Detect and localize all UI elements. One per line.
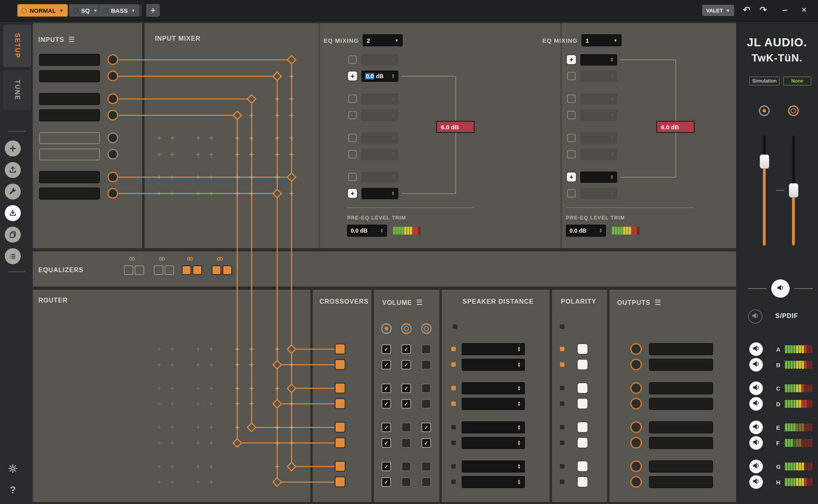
- fader-left-handle[interactable]: [760, 154, 769, 169]
- volume-group-icon-1[interactable]: [381, 323, 392, 334]
- add-icon[interactable]: [5, 140, 21, 156]
- eq_mixing_left-assign-button-2[interactable]: +: [348, 71, 357, 81]
- volume-checkbox-r1c2[interactable]: ✓: [401, 344, 411, 354]
- eq_mixing_left-level-5[interactable]: ▲▼: [361, 132, 398, 144]
- eq_mixing_left-level-3[interactable]: ▲▼: [361, 93, 398, 105]
- volume-checkbox-r4c2[interactable]: ✓: [401, 399, 411, 409]
- volume-checkbox-r3c3[interactable]: [421, 383, 431, 393]
- output-label-G[interactable]: [649, 461, 713, 472]
- output-label-F[interactable]: [649, 437, 713, 449]
- volume-checkbox-r2c2[interactable]: ✓: [401, 360, 411, 370]
- eq_mixing_left-assign-button-8[interactable]: +: [348, 189, 357, 198]
- output-label-C[interactable]: [649, 382, 713, 394]
- volume-checkbox-r8c2[interactable]: [401, 477, 411, 487]
- input-label-2[interactable]: [39, 70, 100, 82]
- volume-checkbox-r8c1[interactable]: ✓: [381, 477, 391, 487]
- input-label-8[interactable]: [39, 188, 100, 200]
- close-button[interactable]: ✕: [797, 3, 811, 17]
- channel-F-mute-button[interactable]: [749, 436, 763, 450]
- input-label-5[interactable]: [39, 132, 100, 144]
- menu-icon[interactable]: ☰: [654, 298, 661, 306]
- list-icon[interactable]: [5, 248, 21, 264]
- stepper-arrows[interactable]: ▲▼: [517, 425, 521, 430]
- volume-checkbox-r5c3[interactable]: ✓: [421, 423, 431, 432]
- crossover-block-5[interactable]: [335, 422, 345, 433]
- preset-tab-normal[interactable]: NORMAL ▼: [17, 4, 68, 17]
- input-label-4[interactable]: [39, 109, 100, 121]
- volume-checkbox-r2c1[interactable]: ✓: [381, 360, 391, 370]
- eq-bank-3-slot-a[interactable]: [182, 265, 191, 275]
- crossover-block-7[interactable]: [335, 461, 345, 472]
- volume-checkbox-r7c2[interactable]: [401, 462, 411, 471]
- menu-icon[interactable]: ☰: [416, 298, 423, 306]
- undo-button[interactable]: ↶: [740, 3, 753, 17]
- eq_mixing_left-assign-checkbox-6[interactable]: [348, 150, 357, 158]
- channel-C-mute-button[interactable]: [749, 381, 763, 395]
- distance-value-5[interactable]: ▲▼: [462, 421, 525, 433]
- distance-value-4[interactable]: ▲▼: [462, 398, 525, 410]
- stepper-arrows[interactable]: ▲▼: [517, 362, 521, 368]
- fader-right-track-lower[interactable]: [792, 190, 795, 245]
- input-label-6[interactable]: [39, 148, 100, 160]
- eq_mixing_left-assign-checkbox-4[interactable]: [348, 111, 357, 119]
- pre-eq-right-value[interactable]: 0.0 dB ▲▼: [566, 225, 606, 237]
- upload-icon[interactable]: [5, 162, 21, 178]
- distance-value-2[interactable]: ▲▼: [462, 359, 525, 371]
- eq-bank-3-slot-b[interactable]: [193, 265, 202, 275]
- crossover-block-8[interactable]: [335, 476, 345, 487]
- download-icon[interactable]: [5, 205, 21, 221]
- volume-checkbox-r1c1[interactable]: ✓: [381, 344, 391, 354]
- crossover-block-6[interactable]: [335, 437, 345, 448]
- eq_mixing_right-assign-checkbox-6[interactable]: [567, 150, 576, 158]
- valet-dropdown[interactable]: VALET ▼: [702, 5, 734, 16]
- volume-checkbox-r7c3[interactable]: [421, 462, 431, 471]
- eq-mixing-left-bank-dropdown[interactable]: 2▼: [363, 34, 403, 46]
- polarity-toggle-7[interactable]: [578, 461, 588, 471]
- add-preset-button[interactable]: +: [146, 4, 160, 17]
- wrench-icon[interactable]: [5, 184, 21, 200]
- pre-eq-left-value[interactable]: 0.0 dB ▲▼: [347, 225, 387, 237]
- volume-checkbox-r6c3[interactable]: ✓: [421, 438, 431, 448]
- fader-right-track-upper[interactable]: [792, 136, 795, 190]
- volume-checkbox-r8c3[interactable]: [421, 477, 431, 487]
- polarity-toggle-1[interactable]: [578, 344, 588, 354]
- eq-bank-4-slot-a[interactable]: [212, 265, 221, 275]
- stepper-arrows[interactable]: ▲▼: [517, 479, 521, 485]
- eq-bank-2-slot-b[interactable]: [165, 265, 174, 275]
- eq_mixing_left-assign-checkbox-5[interactable]: [348, 134, 357, 142]
- output-label-D[interactable]: [649, 398, 713, 410]
- eq-bank-4-slot-b[interactable]: [222, 265, 232, 275]
- volume-checkbox-r1c3[interactable]: [421, 344, 431, 354]
- tab-setup[interactable]: SETUP: [3, 25, 31, 67]
- volume-checkbox-r3c2[interactable]: ✓: [401, 383, 411, 393]
- eq_mixing_right-assign-checkbox-4[interactable]: [567, 111, 576, 119]
- stepper-arrows[interactable]: ▲▼: [610, 57, 614, 62]
- distance-value-7[interactable]: ▲▼: [462, 461, 525, 472]
- polarity-toggle-3[interactable]: [578, 383, 588, 393]
- polarity-toggle-8[interactable]: [578, 477, 588, 487]
- crossover-block-4[interactable]: [335, 398, 345, 409]
- stepper-arrows[interactable]: ▲▼: [517, 346, 521, 352]
- spdif-mute-button[interactable]: [748, 309, 762, 324]
- eq_mixing_left-assign-checkbox-1[interactable]: [348, 55, 357, 64]
- volume-checkbox-r5c2[interactable]: [401, 423, 411, 432]
- stepper-arrows[interactable]: ▲▼: [517, 464, 521, 469]
- input-label-7[interactable]: [39, 171, 100, 183]
- redo-button[interactable]: ↷: [756, 3, 770, 17]
- volume-checkbox-r6c2[interactable]: [401, 438, 411, 448]
- eq-mixing-right-bank-dropdown[interactable]: 1▼: [582, 34, 621, 46]
- fader-left-track-lower[interactable]: [763, 162, 766, 245]
- volume-checkbox-r3c1[interactable]: ✓: [381, 383, 391, 393]
- stepper-arrows[interactable]: ▲▼: [517, 401, 521, 407]
- volume-checkbox-r5c1[interactable]: ✓: [381, 423, 391, 432]
- volume-checkbox-r2c3[interactable]: [421, 360, 431, 370]
- eq_mixing_left-level-2[interactable]: 0.0 dB ▲▼: [361, 71, 398, 82]
- eq_mixing_left-level-4[interactable]: ▲▼: [361, 110, 398, 121]
- eq-right-gain-badge[interactable]: 6.0 dB: [656, 121, 695, 133]
- input-label-1[interactable]: [39, 54, 100, 66]
- eq_mixing_left-level-8[interactable]: ▲▼: [361, 188, 398, 199]
- eq_mixing_right-level-4[interactable]: ▲▼: [580, 110, 617, 121]
- eq_mixing_left-assign-checkbox-3[interactable]: [348, 95, 357, 103]
- eq_mixing_right-level-1[interactable]: ▲▼: [580, 54, 617, 65]
- distance-value-8[interactable]: ▲▼: [462, 476, 525, 488]
